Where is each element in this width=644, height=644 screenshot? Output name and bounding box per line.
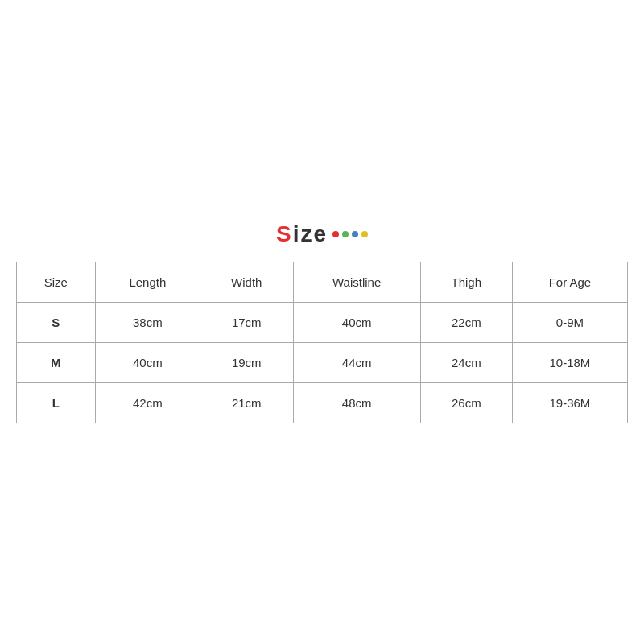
cell-length: 38cm	[95, 302, 200, 342]
title-s-letter: S	[276, 221, 293, 246]
cell-size: S	[17, 302, 96, 342]
cell-waistline: 40cm	[293, 302, 420, 342]
cell-width: 19cm	[200, 342, 293, 382]
cell-thigh: 24cm	[420, 342, 512, 382]
table-row: M40cm19cm44cm24cm10-18M	[17, 342, 628, 382]
title-dots	[332, 231, 368, 237]
title-text: Size	[276, 221, 328, 247]
table-row: L42cm21cm48cm26cm19-36M	[17, 382, 628, 423]
header-thigh: Thigh	[420, 262, 512, 302]
header-size: Size	[17, 262, 96, 302]
cell-thigh: 26cm	[420, 382, 512, 423]
cell-for-age: 10-18M	[512, 342, 627, 382]
table-row: S38cm17cm40cm22cm0-9M	[17, 302, 628, 342]
cell-length: 42cm	[95, 382, 200, 423]
header-length: Length	[95, 262, 200, 302]
dot-yellow	[361, 231, 368, 237]
cell-size: M	[17, 342, 96, 382]
title-area: Size	[276, 221, 368, 247]
dot-blue	[352, 231, 358, 237]
cell-for-age: 19-36M	[512, 382, 627, 423]
size-table: Size Length Width Waistline Thigh For Ag…	[16, 262, 628, 423]
cell-width: 21cm	[200, 382, 293, 423]
cell-length: 40cm	[95, 342, 200, 382]
cell-thigh: 22cm	[420, 302, 512, 342]
cell-size: L	[17, 382, 96, 423]
cell-width: 17cm	[200, 302, 293, 342]
main-container: Size Size Length Width Waistline Thigh F…	[16, 221, 628, 423]
header-waistline: Waistline	[293, 262, 420, 302]
cell-waistline: 48cm	[293, 382, 420, 423]
cell-for-age: 0-9M	[512, 302, 627, 342]
header-for-age: For Age	[512, 262, 627, 302]
header-width: Width	[200, 262, 293, 302]
table-header-row: Size Length Width Waistline Thigh For Ag…	[17, 262, 628, 302]
dot-green	[342, 231, 349, 237]
title-ize-letters: ize	[293, 221, 328, 246]
cell-waistline: 44cm	[293, 342, 420, 382]
dot-red	[332, 231, 339, 237]
